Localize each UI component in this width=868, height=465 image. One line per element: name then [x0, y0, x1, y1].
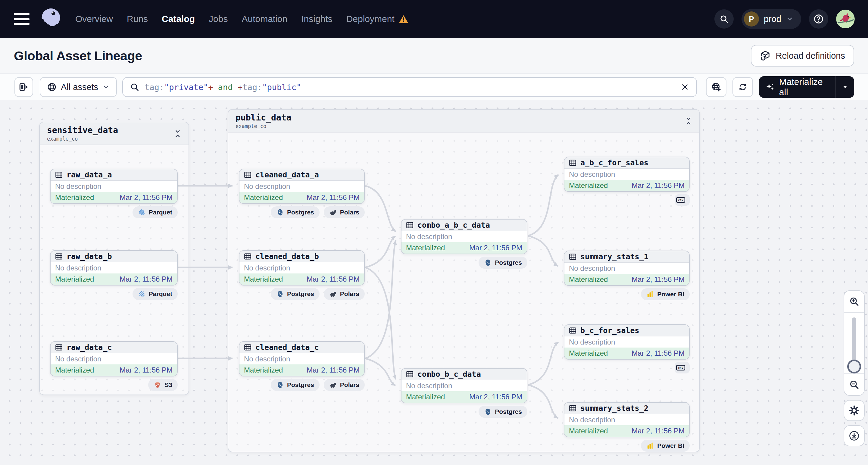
asset-node-summary_stats_2[interactable]: summary_stats_2 No description Materiali… [564, 402, 690, 437]
collapse-group-icon[interactable] [174, 129, 182, 138]
nav-item-deployment-label: Deployment [346, 14, 395, 24]
asset-node-raw_data_a[interactable]: raw_data_a No description MaterializedMa… [50, 169, 178, 204]
asset-status: Materialized [569, 349, 608, 358]
asset-node-raw_data_b[interactable]: raw_data_b No description MaterializedMa… [50, 250, 178, 285]
postgres-icon [484, 408, 492, 415]
asset-description: No description [401, 380, 527, 391]
asset-node-cleaned_data_c[interactable]: cleaned_data_c No description Materializ… [239, 341, 365, 376]
materialize-all-button[interactable]: Materialize all [759, 77, 835, 97]
asset-name: raw_data_c [67, 343, 112, 352]
asset-description: No description [51, 181, 177, 192]
asset-description: No description [564, 414, 689, 425]
nav-item-deployment[interactable]: Deployment [346, 14, 408, 24]
asset-timestamp: Mar 2, 11:56 PM [469, 244, 522, 252]
asset-status: Materialized [406, 244, 445, 252]
download-graph-button[interactable] [844, 425, 865, 446]
badge-parquet: Parquet [132, 206, 178, 218]
asset-status: Materialized [244, 275, 283, 283]
zoom-out-icon [849, 379, 859, 390]
nav-item-runs[interactable]: Runs [127, 14, 148, 24]
asset-scope-dropdown[interactable]: All assets [40, 77, 117, 97]
nav-item-catalog[interactable]: Catalog [162, 14, 195, 24]
search-icon [719, 14, 728, 24]
asset-description: No description [240, 353, 364, 364]
asset-node-cleaned_data_b[interactable]: cleaned_data_b No description Materializ… [239, 250, 365, 285]
refresh-graph-button[interactable] [733, 77, 753, 97]
global-search-button[interactable] [714, 9, 734, 29]
asset-name: summary_stats_2 [580, 404, 648, 412]
kind-tags-raw_data_a: Parquet [132, 206, 178, 218]
nav-item-automation[interactable]: Automation [242, 14, 287, 24]
asset-description: No description [51, 353, 177, 364]
clear-query-button[interactable] [681, 83, 689, 91]
group-header-sensitive_data[interactable]: sensitive_data example_co [40, 122, 189, 145]
asset-node-raw_data_c[interactable]: raw_data_c No description MaterializedMa… [50, 341, 178, 376]
postgres-icon [276, 381, 284, 389]
group-title: sensitive_data [47, 125, 182, 135]
asset-query-input[interactable]: tag:"private"+ and +tag:"public" [122, 77, 697, 97]
parquet-icon [138, 208, 146, 216]
materialize-options-button[interactable] [836, 84, 854, 90]
asset-timestamp: Mar 2, 11:56 PM [307, 275, 360, 283]
open-panel-icon [19, 82, 29, 92]
asset-timestamp: Mar 2, 11:56 PM [631, 427, 685, 435]
toggle-sidebar-button[interactable] [14, 77, 33, 97]
badge-polars: Polars [324, 288, 365, 300]
asset-description: No description [564, 169, 689, 180]
zoom-slider-thumb[interactable] [847, 360, 861, 373]
asset-timestamp: Mar 2, 11:56 PM [631, 181, 685, 190]
nav-item-overview[interactable]: Overview [75, 14, 113, 24]
postgres-icon [484, 259, 492, 267]
asset-node-summary_stats_1[interactable]: summary_stats_1 No description Materiali… [564, 251, 690, 286]
warning-icon [399, 14, 408, 24]
environment-switcher[interactable]: P prod [742, 9, 801, 29]
help-button[interactable] [809, 9, 828, 29]
collapse-group-icon[interactable] [684, 117, 693, 125]
asset-timestamp: Mar 2, 11:56 PM [307, 193, 360, 202]
asset-status: Materialized [244, 193, 283, 202]
badge-postgres: Postgres [478, 257, 527, 269]
add-scope-button[interactable] [706, 77, 726, 97]
asset-timestamp: Mar 2, 11:56 PM [469, 393, 522, 401]
graph-settings-button[interactable] [844, 400, 865, 421]
lineage-toolbar: All assets tag:"private"+ and +tag:"publ… [0, 74, 868, 100]
globe-plus-icon [711, 82, 721, 92]
nav-right-cluster: P prod [714, 9, 855, 29]
asset-node-combo_a_b_c_data[interactable]: combo_a_b_c_data No description Material… [401, 219, 527, 254]
reload-definitions-button[interactable]: Reload definitions [751, 45, 854, 67]
user-avatar[interactable] [836, 10, 855, 28]
asset-name: cleaned_data_b [255, 252, 319, 261]
asset-status: Materialized [569, 181, 608, 190]
asset-name: cleaned_data_c [255, 343, 319, 352]
kind-tags-summary_stats_1: Power BI [641, 288, 690, 300]
asset-status: Materialized [569, 275, 608, 284]
asset-description: No description [51, 262, 177, 274]
gear-icon [849, 405, 860, 416]
primary-nav: Overview Runs Catalog Jobs Automation In… [75, 14, 408, 24]
asset-node-a_b_c_for_sales[interactable]: a_b_c_for_sales No description Materiali… [564, 157, 690, 192]
csv-icon [676, 196, 685, 204]
polars-icon [329, 381, 337, 389]
asset-description: No description [401, 231, 527, 242]
asset-timestamp: Mar 2, 11:56 PM [120, 275, 173, 283]
group-header-public_data[interactable]: public_data example_co [228, 110, 699, 132]
zoom-in-button[interactable] [844, 291, 864, 312]
zoom-out-button[interactable] [844, 374, 864, 395]
nav-item-insights[interactable]: Insights [301, 14, 332, 24]
dagster-logo[interactable] [38, 6, 64, 32]
table-icon [406, 221, 414, 229]
environment-avatar: P [744, 11, 759, 27]
materialize-all-label: Materialize all [779, 77, 828, 97]
zoom-in-icon [849, 296, 859, 307]
asset-node-cleaned_data_a[interactable]: cleaned_data_a No description Materializ… [239, 169, 365, 204]
asset-node-combo_b_c_data[interactable]: combo_b_c_data No description Materializ… [401, 368, 527, 403]
asset-status: Materialized [569, 427, 608, 435]
nav-item-jobs[interactable]: Jobs [209, 14, 228, 24]
kind-tags-cleaned_data_a: Postgres Polars [271, 206, 365, 218]
table-icon [569, 159, 577, 167]
top-nav: Overview Runs Catalog Jobs Automation In… [0, 0, 868, 38]
kind-tags-combo_a_b_c_data: Postgres [478, 257, 527, 269]
kind-tags-raw_data_b: Parquet [132, 288, 178, 300]
asset-node-b_c_for_sales[interactable]: b_c_for_sales No description Materialize… [564, 324, 690, 360]
hamburger-menu-icon[interactable] [14, 13, 30, 25]
